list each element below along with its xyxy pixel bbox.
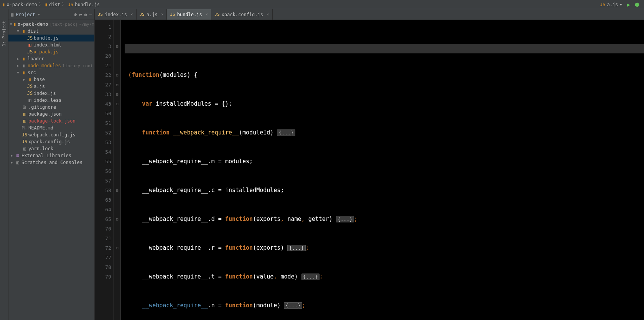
editor-tabs: JSindex.js× JSa.js× JSbundle.js× JSxpack… [95,9,644,20]
folder-icon: ▮ [21,56,27,61]
tab-indexjs[interactable]: JSindex.js× [95,9,137,20]
folder-icon: ▮ [21,63,27,68]
scratch-icon: ◧ [15,160,21,165]
tree-file-indexless[interactable]: ◧index.less [8,97,94,104]
project-icon: ▥ [11,12,13,17]
code-content[interactable]: (function(modules) { var installedModule… [121,20,644,320]
tree-folder-base[interactable]: ▶▮base [8,76,94,83]
js-icon: JS [27,35,33,41]
library-icon: ⊞ [15,153,21,158]
tree-file-ajs[interactable]: JSa.js [8,83,94,90]
line-number-gutter: 1232021222733435051525354555657586364657… [95,20,114,320]
project-tool-label[interactable]: 1: Project [2,21,7,46]
close-icon[interactable]: × [206,12,208,17]
project-sidebar: ▥ Project ▾ ⊕ ⇌ ✲ — ▼▮x-pack-demo[text-p… [8,9,95,320]
tree-file-bundle[interactable]: JSbundle.js [8,35,94,41]
md-icon: M↓ [21,125,28,131]
tab-ajs[interactable]: JSa.js× [137,9,167,20]
tree-file-indexjs[interactable]: JSindex.js [8,90,94,97]
tree-folder-dist[interactable]: ▼▮dist [8,28,94,35]
gear-icon[interactable]: ✲ [84,12,87,17]
collapse-icon[interactable]: ⇌ [79,12,82,17]
js-icon: JS [27,91,33,96]
file-icon: 🗎 [21,104,28,110]
html-icon: ◧ [27,42,33,48]
tree-file-indexhtml[interactable]: ◧index.html [8,41,94,48]
tree-file-xpackconfig[interactable]: JSxpack.config.js [8,138,94,145]
js-icon: JS [214,12,219,17]
tree-folder-nodemodules[interactable]: ▶▮node_moduleslibrary root [8,62,94,69]
crumb-folder[interactable]: ▮dist〉 [45,1,66,8]
close-icon[interactable]: × [130,12,133,17]
folder-icon: ▮ [27,77,33,82]
js-icon: JS [27,49,33,55]
tree-folder-loader[interactable]: ▶▮loader [8,55,94,62]
less-icon: ◧ [27,98,33,103]
code-editor[interactable]: 1232021222733435051525354555657586364657… [95,20,644,320]
editor-area: JSindex.js× JSa.js× JSbundle.js× JSxpack… [95,9,644,320]
chevron-down-icon[interactable]: ▾ [38,12,40,17]
crumb-project[interactable]: ▮x-pack-demo〉 [2,1,43,8]
tree-file-gitignore[interactable]: 🗎.gitignore [8,104,94,111]
tree-file-packagejson[interactable]: ◧package.json [8,111,94,118]
js-icon: JS [68,2,73,7]
close-icon[interactable]: × [161,12,164,17]
js-icon: JS [600,2,605,7]
js-icon: JS [21,132,28,138]
folder-icon: ▮ [13,22,17,27]
breadcrumb-bar: ▮x-pack-demo〉 ▮dist〉 JSbundle.js JSa.js▾… [0,0,644,9]
chevron-right-icon: 〉 [39,1,43,8]
js-icon: JS [98,12,103,17]
folder-icon: ▮ [45,2,48,7]
npm-icon: ◧ [21,118,28,124]
run-config-selector[interactable]: JSa.js▾ [598,2,625,7]
tab-xpackconfig[interactable]: JSxpack.config.js× [211,9,272,20]
js-icon: JS [27,84,33,89]
tree-file-xpackjs[interactable]: JSx-pack.js [8,48,94,55]
tab-bundlejs[interactable]: JSbundle.js× [167,9,211,20]
folder-icon: ▮ [2,2,5,7]
close-icon[interactable]: × [267,12,269,17]
yarn-icon: ◧ [21,146,28,151]
folder-icon: ▮ [21,70,27,75]
left-tool-strip: 1: Project [0,9,8,320]
tree-folder-src[interactable]: ▼▮src [8,69,94,76]
hide-icon[interactable]: — [89,12,92,17]
fold-gutter[interactable]: ⊞⊞⊞⊞⊞⊞⊞⊞ [114,20,121,320]
tree-file-readme[interactable]: M↓README.md [8,124,94,131]
npm-icon: ◧ [21,111,28,117]
js-icon: JS [140,12,145,17]
tree-external[interactable]: ▶⊞External Libraries [8,152,94,159]
run-icon[interactable]: ▶ [627,2,630,8]
project-header: ▥ Project ▾ ⊕ ⇌ ✲ — [8,9,94,20]
tree-scratches[interactable]: ▶◧Scratches and Consoles [8,159,94,166]
tree-file-yarnlock[interactable]: ◧yarn.lock [8,145,94,152]
chevron-down-icon: ▾ [619,2,622,7]
chevron-right-icon: 〉 [62,1,66,8]
folder-icon: ▮ [21,28,27,34]
tree-file-webpackconfig[interactable]: JSwebpack.config.js [8,131,94,138]
tree-root[interactable]: ▼▮x-pack-demo[text-pack]~/my/m [8,21,94,28]
js-icon: JS [21,139,28,144]
target-icon[interactable]: ⊕ [74,12,77,17]
crumb-file[interactable]: JSbundle.js [68,2,100,7]
debug-icon[interactable]: ⬢ [635,2,639,8]
project-title: Project [16,12,35,17]
file-tree: ▼▮x-pack-demo[text-pack]~/my/m ▼▮dist JS… [8,20,94,320]
js-icon: JS [170,12,175,17]
tree-file-packagelock[interactable]: ◧package-lock.json [8,118,94,124]
